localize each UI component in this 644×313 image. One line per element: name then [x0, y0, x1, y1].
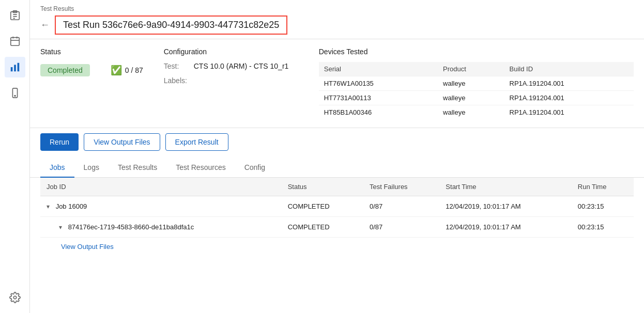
check-icon: ✅	[111, 65, 122, 76]
calendar-icon[interactable]	[5, 31, 25, 52]
chart-icon[interactable]	[5, 57, 25, 77]
tab-logs[interactable]: Logs	[74, 158, 109, 178]
job-run-time: 00:23:15	[572, 217, 634, 238]
config-test-row: Test: CTS 10.0 (ARM) - CTS 10_r1	[164, 62, 298, 70]
job-id-value: Job 16009	[56, 202, 87, 210]
test-run-title: Test Run 536c76e6-9a90-4914-9903-447731c…	[55, 15, 287, 35]
device-row: HT76W1A00135 walleye RP1A.191204.001	[319, 76, 634, 91]
jobs-table: Job ID Status Test Failures Start Time R…	[40, 178, 634, 238]
clipboard-icon[interactable]	[5, 5, 25, 26]
device-product: walleye	[438, 91, 504, 105]
job-start-time: 12/04/2019, 10:01:17 AM	[439, 217, 571, 238]
main-content: Test Results ← Test Run 536c76e6-9a90-49…	[30, 0, 644, 313]
status-row: Completed ✅ 0 / 87	[40, 64, 143, 76]
devices-label: Devices Tested	[319, 48, 634, 56]
jobs-section: Job ID Status Test Failures Start Time R…	[30, 178, 644, 313]
job-run-time: 00:23:15	[572, 196, 634, 217]
device-serial: HT85B1A00346	[319, 105, 438, 120]
header: Test Results ← Test Run 536c76e6-9a90-49…	[30, 0, 644, 39]
svg-rect-9	[10, 67, 12, 71]
status-label: Status	[40, 48, 143, 56]
back-button[interactable]: ←	[40, 20, 50, 30]
title-row: ← Test Run 536c76e6-9a90-4914-9903-44773…	[40, 15, 634, 35]
job-id-cell: ▾ Job 16009	[40, 196, 282, 217]
labels-key: Labels:	[164, 76, 190, 85]
col-serial: Serial	[319, 62, 438, 76]
devices-block: Devices Tested Serial Product Build ID H…	[319, 48, 634, 119]
settings-icon[interactable]	[5, 287, 25, 308]
chevron-icon[interactable]: ▾	[47, 203, 50, 210]
job-failures: 0/87	[363, 196, 439, 217]
job-status: COMPLETED	[282, 217, 363, 238]
status-block: Status Completed ✅ 0 / 87	[40, 48, 143, 119]
phone-icon[interactable]	[5, 83, 25, 103]
table-row: ▾ 874176ec-1719-4583-8660-de11ba8dfa1c C…	[40, 217, 634, 238]
device-product: walleye	[438, 76, 504, 91]
info-section: Status Completed ✅ 0 / 87 Configuration …	[30, 39, 644, 128]
tab-jobs[interactable]: Jobs	[40, 158, 74, 178]
device-build-id: RP1A.191204.001	[504, 105, 634, 120]
test-value: CTS 10.0 (ARM) - CTS 10_r1	[194, 62, 289, 70]
action-buttons: Rerun View Output Files Export Result	[30, 128, 644, 158]
col-build-id: Build ID	[504, 62, 634, 76]
device-build-id: RP1A.191204.001	[504, 76, 634, 91]
job-status: COMPLETED	[282, 196, 363, 217]
pass-count-value: 0 / 87	[125, 66, 143, 74]
col-run-time: Run Time	[572, 178, 634, 196]
pass-count: ✅ 0 / 87	[111, 65, 143, 76]
device-row: HT85B1A00346 walleye RP1A.191204.001	[319, 105, 634, 120]
tabs: JobsLogsTest ResultsTest ResourcesConfig	[30, 158, 644, 178]
devices-table: Serial Product Build ID HT76W1A00135 wal…	[319, 62, 634, 119]
config-labels-row: Labels:	[164, 76, 298, 85]
view-output-link[interactable]: View Output Files	[40, 238, 634, 256]
device-serial: HT7731A00113	[319, 91, 438, 105]
status-badge: Completed	[40, 64, 90, 76]
tab-test-resources[interactable]: Test Resources	[166, 158, 235, 178]
chevron-icon[interactable]: ▾	[59, 224, 62, 231]
breadcrumb: Test Results	[40, 5, 634, 12]
job-id-value: 874176ec-1719-4583-8660-de11ba8dfa1c	[68, 223, 194, 231]
rerun-button[interactable]: Rerun	[40, 133, 79, 151]
col-status: Status	[282, 178, 363, 196]
svg-point-14	[13, 296, 17, 299]
table-row: ▾ Job 16009 COMPLETED 0/87 12/04/2019, 1…	[40, 196, 634, 217]
sidebar	[0, 0, 30, 313]
svg-rect-5	[10, 38, 19, 46]
col-failures: Test Failures	[363, 178, 439, 196]
col-job-id: Job ID	[40, 178, 282, 196]
svg-rect-11	[17, 63, 19, 72]
tab-config[interactable]: Config	[235, 158, 274, 178]
device-serial: HT76W1A00135	[319, 76, 438, 91]
config-label: Configuration	[164, 48, 298, 56]
col-start-time: Start Time	[439, 178, 571, 196]
job-id-cell: ▾ 874176ec-1719-4583-8660-de11ba8dfa1c	[40, 217, 282, 238]
device-row: HT7731A00113 walleye RP1A.191204.001	[319, 91, 634, 105]
tab-test-results[interactable]: Test Results	[109, 158, 166, 178]
export-button[interactable]: Export Result	[165, 133, 228, 151]
job-failures: 0/87	[363, 217, 439, 238]
device-product: walleye	[438, 105, 504, 120]
col-product: Product	[438, 62, 504, 76]
svg-point-13	[14, 96, 16, 97]
job-start-time: 12/04/2019, 10:01:17 AM	[439, 196, 571, 217]
device-build-id: RP1A.191204.001	[504, 91, 634, 105]
test-key: Test:	[164, 62, 190, 70]
config-block: Configuration Test: CTS 10.0 (ARM) - CTS…	[164, 48, 298, 119]
view-output-button[interactable]: View Output Files	[84, 133, 160, 151]
svg-rect-10	[14, 65, 16, 71]
